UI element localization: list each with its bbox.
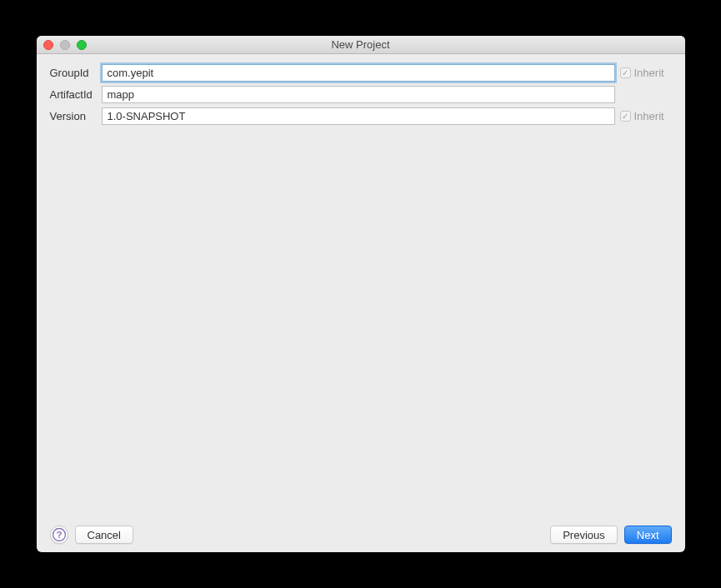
groupid-row: GroupId ✓ Inherit: [50, 64, 672, 82]
artifactid-label: ArtifactId: [50, 88, 97, 101]
artifactid-row: ArtifactId: [50, 86, 672, 103]
window-title: New Project: [37, 38, 685, 51]
groupid-label: GroupId: [50, 67, 97, 79]
next-button[interactable]: Next: [624, 526, 672, 544]
content-spacer: [50, 125, 672, 517]
help-button[interactable]: ?: [50, 526, 68, 544]
version-input[interactable]: [102, 107, 615, 125]
version-label: Version: [50, 110, 97, 122]
help-icon: ?: [52, 527, 67, 542]
cancel-button[interactable]: Cancel: [75, 526, 133, 544]
version-row: Version ✓ Inherit: [50, 107, 672, 125]
traffic-lights: [37, 40, 87, 50]
window-close-button[interactable]: [43, 40, 53, 50]
version-inherit-label: Inherit: [634, 110, 664, 122]
groupid-inherit-cell: ✓ Inherit: [620, 67, 672, 79]
dialog-footer: ? Cancel Previous Next: [50, 517, 672, 544]
window-zoom-button[interactable]: [77, 40, 87, 50]
svg-text:?: ?: [56, 530, 62, 540]
form-rows: GroupId ✓ Inherit ArtifactId Version: [50, 64, 672, 125]
checkmark-icon: ✓: [622, 112, 628, 121]
groupid-inherit-label: Inherit: [634, 67, 664, 79]
dialog-content: GroupId ✓ Inherit ArtifactId Version: [37, 54, 685, 552]
checkmark-icon: ✓: [622, 69, 628, 77]
window-minimize-button[interactable]: [60, 40, 70, 50]
artifactid-input[interactable]: [102, 86, 615, 103]
dialog-window: New Project GroupId ✓ Inherit ArtifactId: [37, 36, 685, 552]
groupid-inherit-checkbox[interactable]: ✓: [620, 67, 631, 78]
version-inherit-cell: ✓ Inherit: [620, 110, 672, 122]
previous-button[interactable]: Previous: [550, 526, 618, 544]
groupid-input[interactable]: [102, 64, 615, 82]
version-inherit-checkbox[interactable]: ✓: [620, 111, 631, 122]
titlebar: New Project: [37, 36, 685, 54]
